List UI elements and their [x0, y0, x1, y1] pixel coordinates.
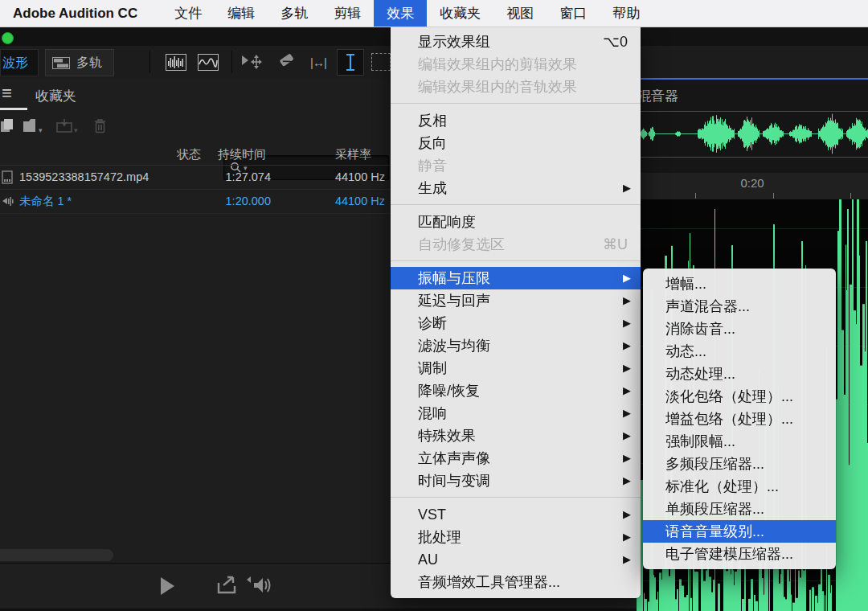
- menu-item-label: 编辑效果组内的音轨效果: [418, 79, 577, 95]
- menu-item-shortcut: ⌘U: [603, 233, 628, 256]
- waveform-display-icon[interactable]: [163, 52, 189, 72]
- amplitude-submenu-item-6[interactable]: 增益包络（处理）...: [643, 408, 836, 430]
- submenu-arrow-icon: ▶: [623, 267, 631, 289]
- submenu-arrow-icon: ▶: [623, 357, 631, 379]
- amplitude-submenu-item-10[interactable]: 单频段压缩器...: [643, 498, 836, 520]
- menubar-item-8[interactable]: 帮助: [600, 0, 653, 27]
- column-header-status[interactable]: 状态: [0, 147, 201, 162]
- timeline-ruler[interactable]: 0:20: [637, 173, 868, 199]
- effects-menu-item-12[interactable]: 振幅与压限▶: [391, 267, 641, 289]
- menubar-item-7[interactable]: 窗口: [547, 0, 600, 27]
- menubar-item-4[interactable]: 效果: [374, 0, 427, 27]
- effects-menu-item-15[interactable]: 滤波与均衡▶: [391, 334, 641, 357]
- amplitude-submenu: 增幅...声道混合器...消除齿音...动态...动态处理...淡化包络（处理）…: [643, 269, 836, 569]
- menu-item-label: 调制: [418, 360, 447, 376]
- effects-menu-item-21[interactable]: 时间与变调▶: [391, 470, 641, 492]
- horizontal-scrollbar-thumb[interactable]: [0, 549, 113, 561]
- submenu-arrow-icon: ▶: [623, 379, 631, 402]
- menubar-item-0[interactable]: 文件: [162, 0, 215, 27]
- razor-tool-icon[interactable]: [273, 52, 299, 72]
- multitrack-view-button[interactable]: 多轨: [45, 49, 114, 76]
- spectral-display-icon[interactable]: [195, 52, 221, 72]
- menubar-item-5[interactable]: 收藏夹: [427, 0, 493, 27]
- effects-menu-item-17[interactable]: 降噪/恢复▶: [391, 379, 641, 402]
- menu-item-label: 强制限幅...: [665, 433, 735, 449]
- amplitude-submenu-item-3[interactable]: 动态...: [643, 340, 836, 363]
- amplitude-submenu-item-2[interactable]: 消除齿音...: [643, 318, 836, 340]
- submenu-arrow-icon: ▶: [623, 503, 631, 526]
- menu-item-label: 反向: [418, 135, 447, 151]
- menu-item-label: 混响: [418, 405, 447, 421]
- menubar-item-3[interactable]: 剪辑: [321, 0, 374, 27]
- menu-item-label: 振幅与压限: [418, 270, 490, 286]
- effects-menu-item-1: 编辑效果组内的剪辑效果: [391, 53, 641, 76]
- column-header-sample-rate[interactable]: 采样率: [335, 147, 371, 162]
- effects-menu-item-5[interactable]: 反向: [391, 132, 641, 154]
- waveform-view-button[interactable]: 波形: [0, 49, 39, 76]
- menubar-app-name[interactable]: Adobe Audition CC: [0, 0, 162, 27]
- submenu-arrow-icon: ▶: [623, 334, 631, 357]
- effects-menu-item-23[interactable]: VST▶: [391, 503, 641, 526]
- menu-item-label: 多频段压缩器...: [665, 456, 764, 472]
- menu-item-label: 编辑效果组内的剪辑效果: [418, 56, 577, 72]
- effects-menu-item-25[interactable]: AU▶: [391, 548, 641, 571]
- menu-item-label: 滤波与均衡: [418, 338, 490, 354]
- effects-menu-separator: [391, 256, 641, 267]
- loop-playback-icon[interactable]: [217, 575, 240, 599]
- effects-menu-item-9[interactable]: 匹配响度: [391, 211, 641, 233]
- submenu-arrow-icon: ▶: [623, 447, 631, 470]
- effects-menu-item-13[interactable]: 延迟与回声▶: [391, 289, 641, 312]
- menu-item-label: 反相: [418, 113, 447, 129]
- amplitude-submenu-item-12[interactable]: 电子管建模压缩器...: [643, 543, 836, 565]
- effects-menu-item-6: 静音: [391, 154, 641, 177]
- menu-item-label: 降噪/恢复: [418, 383, 480, 399]
- amplitude-submenu-item-4[interactable]: 动态处理...: [643, 363, 836, 385]
- effects-menu-item-16[interactable]: 调制▶: [391, 357, 641, 379]
- tab-favorites[interactable]: 收藏夹: [35, 87, 76, 105]
- panel-menu-icon[interactable]: ≡: [2, 84, 12, 102]
- menubar-item-1[interactable]: 编辑: [215, 0, 268, 27]
- speaker-volume-icon[interactable]: [246, 575, 272, 599]
- effects-menu-item-4[interactable]: 反相: [391, 109, 641, 132]
- traffic-light-green[interactable]: [2, 32, 14, 44]
- play-icon[interactable]: [161, 577, 174, 595]
- amplitude-submenu-item-8[interactable]: 多频段压缩器...: [643, 453, 836, 475]
- effects-menu-separator: [391, 492, 641, 503]
- menubar-item-2[interactable]: 多轨: [268, 0, 321, 27]
- effects-menu-item-26[interactable]: 音频增效工具管理器...: [391, 571, 641, 593]
- menubar-item-6[interactable]: 视图: [493, 0, 547, 27]
- move-tool-icon[interactable]: [240, 52, 265, 72]
- menu-item-label: 声道混合器...: [665, 298, 750, 314]
- column-header-duration[interactable]: 持续时间: [218, 147, 266, 162]
- menu-item-label: 批处理: [418, 529, 461, 545]
- multitrack-view-label: 多轨: [76, 50, 102, 76]
- effects-menu-item-14[interactable]: 诊断▶: [391, 312, 641, 334]
- effects-menu-item-24[interactable]: 批处理▶: [391, 526, 641, 548]
- ruler-tick: [695, 193, 696, 199]
- time-selection-tool-icon[interactable]: [337, 49, 364, 76]
- amplitude-submenu-item-1[interactable]: 声道混合器...: [643, 295, 836, 318]
- menu-item-label: 单频段压缩器...: [665, 501, 764, 517]
- effects-menu-item-7[interactable]: 生成▶: [391, 177, 641, 199]
- active-tab-underline: [0, 108, 27, 110]
- tab-mixer[interactable]: 混音器: [637, 87, 678, 105]
- import-file-icon[interactable]: ▾: [23, 118, 43, 136]
- slip-tool-icon[interactable]: |↔|: [305, 52, 331, 72]
- effects-menu-item-0[interactable]: 显示效果组⌥0: [391, 31, 641, 53]
- amplitude-submenu-item-7[interactable]: 强制限幅...: [643, 430, 836, 453]
- file-sample-rate: 44100 Hz: [0, 166, 385, 189]
- effects-menu-item-19[interactable]: 特殊效果▶: [391, 424, 641, 447]
- amplitude-submenu-item-5[interactable]: 淡化包络（处理）...: [643, 385, 836, 408]
- menu-item-label: 电子管建模压缩器...: [665, 546, 793, 562]
- new-file-icon[interactable]: [0, 118, 14, 136]
- effects-menu-item-20[interactable]: 立体声声像▶: [391, 447, 641, 470]
- save-file-icon: ▾: [56, 118, 78, 136]
- menu-item-label: 语音音量级别...: [665, 523, 764, 539]
- amplitude-submenu-item-11[interactable]: 语音音量级别...: [643, 520, 836, 543]
- waveform-overview[interactable]: [637, 111, 868, 158]
- effects-menu-item-18[interactable]: 混响▶: [391, 402, 641, 424]
- amplitude-submenu-item-9[interactable]: 标准化（处理）...: [643, 475, 836, 498]
- menu-item-label: 动态...: [665, 343, 706, 359]
- amplitude-submenu-item-0[interactable]: 增幅...: [643, 273, 836, 295]
- menu-item-label: 立体声声像: [418, 450, 490, 466]
